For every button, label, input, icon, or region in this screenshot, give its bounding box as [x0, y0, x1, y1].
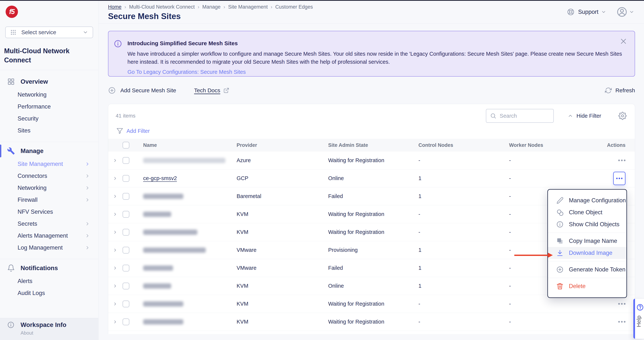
menu-item-delete[interactable]: Delete — [548, 280, 626, 292]
row-actions-menu-button[interactable] — [618, 319, 626, 325]
row-checkbox[interactable] — [122, 247, 129, 254]
window-top-edge — [0, 0, 644, 1]
add-filter-button[interactable]: Add Filter — [116, 128, 635, 134]
help-tab[interactable]: Help — [633, 299, 644, 339]
row-checkbox[interactable] — [122, 283, 129, 289]
breadcrumb-item-site-management[interactable]: Site Management — [228, 4, 268, 10]
menu-item-download-image[interactable]: Download Image — [548, 247, 626, 259]
table-settings-gear-icon[interactable] — [618, 112, 626, 120]
row-checkbox[interactable] — [122, 211, 129, 218]
sidebar-item-secrets[interactable]: Secrets — [0, 218, 98, 230]
sidebar-item-networking[interactable]: Networking — [0, 89, 98, 101]
sidebar-item-audit-logs[interactable]: Audit Logs — [0, 287, 98, 299]
question-circle-icon — [636, 304, 644, 311]
sidebar-item-networking[interactable]: Networking — [0, 182, 98, 194]
breadcrumb-item-manage[interactable]: Manage — [202, 4, 221, 10]
expand-row-button[interactable] — [113, 266, 118, 271]
sidebar-section-header-manage[interactable]: Manage — [0, 144, 98, 158]
select-all-checkbox[interactable] — [122, 142, 129, 149]
sidebar-item-alerts[interactable]: Alerts — [0, 275, 98, 287]
expand-row-button[interactable] — [113, 158, 118, 163]
sidebar-item-firewall[interactable]: Firewall — [0, 194, 98, 206]
row-actions-cell — [618, 158, 626, 163]
row-checkbox[interactable] — [122, 319, 129, 325]
page-actions-row: Add Secure Mesh Site Tech Docs Refresh — [108, 83, 635, 98]
account-menu-button[interactable] — [617, 7, 634, 17]
menu-divider — [548, 233, 626, 233]
menu-item-clone-object[interactable]: Clone Object — [548, 206, 626, 218]
sidebar-item-about[interactable]: About — [20, 330, 98, 336]
breadcrumb-item-multi-cloud-network-connect[interactable]: Multi-Cloud Network Connect — [129, 4, 195, 10]
sidebar-section-header-overview[interactable]: Overview — [0, 74, 98, 89]
cell-control-nodes: - — [418, 157, 509, 163]
sidebar-section-manage: ManageSite ManagementConnectorsNetworkin… — [0, 142, 98, 254]
sidebar-item-performance[interactable]: Performance — [0, 101, 98, 113]
sidebar-item-nfv-services[interactable]: NFV Services — [0, 206, 98, 218]
expand-row-button[interactable] — [113, 212, 118, 217]
sidebar-item-connectors[interactable]: Connectors — [0, 170, 98, 182]
plus-circle-icon — [108, 86, 116, 94]
expand-row-button[interactable] — [113, 302, 118, 306]
sidebar-item-label: Log Management — [18, 244, 62, 251]
bell-icon — [7, 264, 15, 272]
table-row: ce-gcp-smsv2GCPOnline1- — [108, 169, 635, 187]
refresh-icon — [605, 87, 612, 94]
breadcrumb-item-home[interactable]: Home — [108, 4, 122, 10]
row-checkbox[interactable] — [122, 301, 129, 307]
chevron-down-icon — [82, 29, 88, 35]
cell-site-admin-state: Waiting for Registration — [328, 229, 418, 235]
tech-docs-link[interactable]: Tech Docs — [194, 87, 229, 94]
support-menu-button[interactable]: Support — [567, 8, 606, 16]
sidebar-item-label: Audit Logs — [18, 290, 45, 297]
close-icon[interactable] — [620, 37, 627, 45]
row-checkbox[interactable] — [122, 265, 129, 272]
menu-item-copy-image-name[interactable]: Copy Image Name — [548, 235, 626, 247]
expand-row-button[interactable] — [113, 194, 118, 199]
redacted-site-name — [143, 301, 183, 307]
sidebar-item-site-management[interactable]: Site Management — [0, 158, 98, 170]
row-actions-menu-button[interactable] — [618, 301, 626, 307]
sidebar-item-log-management[interactable]: Log Management — [0, 242, 98, 254]
row-actions-menu-button[interactable] — [618, 158, 626, 163]
cell-provider: KVM — [236, 283, 328, 289]
cell-worker-nodes: - — [509, 319, 599, 325]
sidebar-item-security[interactable]: Security — [0, 113, 98, 125]
add-secure-mesh-site-button[interactable]: Add Secure Mesh Site — [108, 86, 176, 94]
menu-item-manage-configuration[interactable]: Manage Configuration — [548, 194, 626, 206]
menu-item-generate-node-token[interactable]: Generate Node Token — [548, 264, 626, 276]
select-service-dropdown[interactable]: Select service — [5, 26, 93, 38]
row-actions-cell — [618, 301, 626, 307]
banner-legacy-link[interactable]: Go To Legacy Configurations: Secure Mesh… — [128, 69, 246, 75]
expand-row-button[interactable] — [113, 284, 118, 289]
row-checkbox[interactable] — [122, 175, 129, 182]
row-actions-menu-button-active[interactable] — [613, 172, 626, 185]
annotation-arrow — [514, 255, 548, 256]
sidebar-item-alerts-management[interactable]: Alerts Management — [0, 230, 98, 242]
expand-row-button[interactable] — [113, 176, 118, 181]
hide-filter-button[interactable]: Hide Filter — [568, 113, 601, 119]
sidebar-item-sites[interactable]: Sites — [0, 125, 98, 137]
redacted-site-name — [143, 230, 197, 235]
menu-divider — [548, 261, 626, 261]
menu-item-show-child-objects[interactable]: Show Child Objects — [548, 218, 626, 230]
refresh-button[interactable]: Refresh — [605, 87, 635, 94]
workspace-info-section: Workspace Info About — [0, 318, 98, 340]
workspace-title: Multi-Cloud Network Connect — [4, 46, 94, 65]
breadcrumb: Home›Multi-Cloud Network Connect›Manage›… — [108, 4, 313, 10]
expand-row-button[interactable] — [113, 230, 118, 235]
cell-site-admin-state: Waiting for Registration — [328, 301, 418, 307]
cell-site-admin-state: Online — [328, 175, 418, 181]
row-checkbox[interactable] — [122, 193, 129, 200]
row-actions-cell — [613, 172, 626, 185]
expand-row-button[interactable] — [113, 320, 118, 324]
info-icon — [556, 221, 564, 228]
search-input[interactable] — [500, 113, 548, 119]
sidebar-section-header-notifications[interactable]: Notifications — [0, 261, 98, 275]
workspace-info-row[interactable]: Workspace Info — [7, 321, 98, 329]
row-checkbox[interactable] — [122, 229, 129, 236]
cell-provider: KVM — [236, 301, 328, 307]
expand-row-button[interactable] — [113, 248, 118, 253]
cell-site-admin-state: Failed — [328, 193, 418, 199]
row-checkbox[interactable] — [122, 157, 129, 164]
site-name-link[interactable]: ce-gcp-smsv2 — [143, 175, 177, 181]
